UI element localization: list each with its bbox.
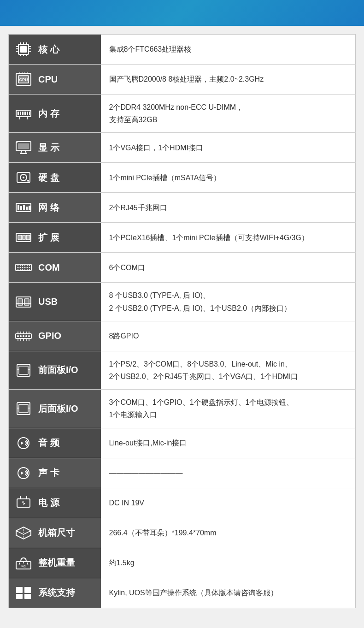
label-cell-usb: USB	[9, 283, 101, 321]
row-label-memory: 内 存	[38, 107, 59, 120]
table-row: 网 络2个RJ45千兆网口	[9, 193, 356, 223]
svg-rect-27	[18, 112, 19, 115]
row-label-expand: 扩 展	[38, 231, 59, 244]
value-cell-display: 1个VGA接口，1个HDMI接口	[101, 133, 356, 163]
value-cell-hdd: 1个mini PCIe插槽（mSATA信号）	[101, 163, 356, 193]
value-cell-core: 集成8个FTC663处理器核	[101, 35, 356, 65]
label-cell-soundcard: 声 卡	[9, 458, 101, 488]
svg-marker-110	[21, 471, 23, 475]
svg-point-65	[18, 265, 18, 266]
label-cell-power: 电 源	[9, 488, 101, 518]
label-cell-com: COM	[9, 253, 101, 283]
svg-point-88	[28, 335, 30, 337]
row-label-chassis: 机箱尺寸	[38, 527, 75, 539]
svg-rect-50	[29, 206, 30, 210]
svg-text:CPU: CPU	[19, 77, 28, 82]
svg-point-70	[29, 265, 30, 266]
expand-icon	[13, 229, 34, 246]
value-cell-network: 2个RJ45千兆网口	[101, 193, 356, 223]
svg-point-61	[22, 267, 23, 268]
table-row: 音 频Line-out接口,Mic-in接口	[9, 428, 356, 458]
svg-marker-108	[21, 441, 23, 445]
svg-rect-28	[20, 112, 21, 115]
table-row: 核 心集成8个FTC663处理器核	[9, 35, 356, 65]
row-label-front-io: 前面板I/O	[38, 364, 78, 376]
value-cell-rear-io: 3个COM口、1个GPIO、1个硬盘指示灯、1个电源按钮、 1个电源输入口	[101, 390, 356, 428]
table-row: 硬 盘1个mini PCIe插槽（mSATA信号）	[9, 163, 356, 193]
value-cell-expand: 1个PCIeX16插槽、1个mini PCIe插槽（可支持WIFI+4G/3G）	[101, 223, 356, 253]
svg-rect-52	[18, 235, 22, 240]
power-icon	[13, 495, 34, 511]
value-cell-audio: Line-out接口,Mic-in接口	[101, 428, 356, 458]
chassis-icon	[13, 525, 34, 541]
soundcard-icon	[13, 465, 34, 481]
row-label-com: COM	[38, 262, 60, 273]
value-cell-gpio: 8路GPIO	[101, 321, 356, 351]
svg-point-85	[20, 335, 22, 337]
label-cell-cpu: CPU CPU	[9, 65, 101, 95]
svg-rect-104	[19, 404, 28, 413]
svg-point-84	[17, 335, 19, 337]
row-label-core: 核 心	[38, 43, 59, 56]
svg-rect-32	[29, 112, 30, 115]
value-cell-usb: 8 个USB3.0 (TYPE-A, 后 IO)、 2 个USB2.0 (TYP…	[101, 283, 356, 321]
svg-rect-49	[26, 207, 28, 210]
table-row: 后面板I/O3个COM口、1个GPIO、1个硬盘指示灯、1个电源按钮、 1个电源…	[9, 390, 356, 428]
label-cell-expand: 扩 展	[9, 223, 101, 253]
front-panel-icon	[13, 362, 34, 379]
value-cell-com: 6个COM口	[101, 253, 356, 283]
network-icon	[13, 199, 34, 216]
label-cell-hdd: 硬 盘	[9, 163, 101, 193]
svg-point-44	[27, 180, 29, 182]
table-row: 扩 展1个PCIeX16插槽、1个mini PCIe插槽（可支持WIFI+4G/…	[9, 223, 356, 253]
svg-rect-40	[18, 143, 29, 149]
svg-rect-47	[20, 206, 22, 210]
table-row: 系统支持Kylin, UOS等国产操作系统（具体版本请咨询客服）	[9, 578, 356, 608]
svg-point-72	[20, 269, 21, 270]
svg-point-63	[27, 267, 28, 268]
svg-rect-122	[24, 594, 31, 599]
table-row: kg 整机重量约1.5kg	[9, 548, 356, 578]
svg-point-36	[17, 142, 18, 143]
svg-point-59	[18, 267, 19, 268]
label-cell-display: 显 示	[9, 133, 101, 163]
svg-point-87	[25, 335, 27, 337]
usb-icon	[13, 294, 34, 310]
row-label-soundcard: 声 卡	[38, 467, 59, 479]
row-label-cpu: CPU	[38, 74, 58, 85]
content-area: 核 心集成8个FTC663处理器核 CPU CPU国产飞腾D2000/8 8核处…	[0, 26, 364, 616]
value-cell-memory: 2个DDR4 3200MHz non-ECC U-DIMM， 支持至高32GB	[101, 95, 356, 133]
table-row: 显 示1个VGA接口，1个HDMI接口	[9, 133, 356, 163]
table-row: GPIO8路GPIO	[9, 321, 356, 351]
value-cell-power: DC IN 19V	[101, 488, 356, 518]
label-cell-os: 系统支持	[9, 578, 101, 608]
page-header	[0, 0, 364, 26]
svg-point-76	[29, 269, 30, 270]
memory-icon	[13, 105, 34, 122]
row-label-rear-io: 后面板I/O	[38, 403, 78, 415]
svg-point-68	[24, 265, 25, 266]
label-cell-network: 网 络	[9, 193, 101, 223]
svg-line-118	[27, 563, 28, 565]
svg-rect-119	[16, 587, 23, 593]
table-row: 声 卡——————————	[9, 458, 356, 488]
svg-rect-100	[19, 366, 28, 374]
com-icon	[13, 259, 34, 276]
label-cell-core: 核 心	[9, 35, 101, 65]
spec-table: 核 心集成8个FTC663处理器核 CPU CPU国产飞腾D2000/8 8核处…	[8, 34, 356, 608]
row-label-os: 系统支持	[38, 587, 75, 599]
svg-rect-48	[23, 205, 25, 210]
label-cell-audio: 音 频	[9, 428, 101, 458]
value-cell-weight: 约1.5kg	[101, 548, 356, 578]
svg-rect-121	[16, 594, 23, 599]
svg-point-86	[23, 335, 24, 337]
svg-rect-30	[24, 112, 26, 115]
label-cell-weight: kg 整机重量	[9, 548, 101, 578]
svg-rect-80	[24, 299, 29, 305]
table-row: 电 源DC IN 19V	[9, 488, 356, 518]
weight-icon: kg	[13, 555, 34, 571]
svg-rect-31	[27, 112, 28, 115]
table-row: COM6个COM口	[9, 253, 356, 283]
svg-point-69	[27, 265, 28, 266]
value-cell-cpu: 国产飞腾D2000/8 8核处理器，主频2.0~2.3GHz	[101, 65, 356, 95]
